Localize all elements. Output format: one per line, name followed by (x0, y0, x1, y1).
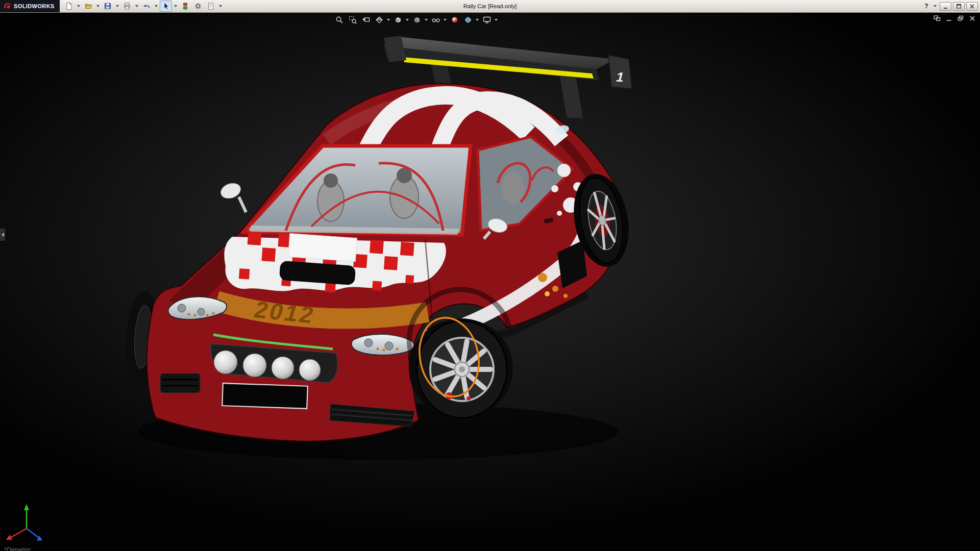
window-controls: ? (922, 2, 980, 11)
file-properties-icon (207, 2, 215, 10)
triad-z-axis (27, 529, 39, 538)
valve-detail (467, 396, 471, 400)
headlight-right[interactable] (352, 334, 414, 355)
driving-light (214, 350, 237, 374)
maximize-button[interactable] (953, 2, 965, 11)
rally-car-model[interactable]: 1 (124, 36, 635, 460)
zoom-to-area-icon (348, 15, 357, 24)
zoom-to-fit-icon (335, 15, 344, 24)
help-button[interactable]: ? (922, 2, 930, 10)
new-document-button[interactable] (63, 1, 75, 12)
section-view-button[interactable] (373, 14, 385, 26)
collapse-arrow-icon (2, 233, 4, 237)
previous-view-icon (361, 15, 371, 24)
edit-appearance-button[interactable] (448, 14, 461, 26)
print-icon (123, 2, 131, 10)
graphics-area[interactable]: 1 (0, 12, 980, 551)
dropdown-caret-icon[interactable] (425, 19, 428, 21)
dropdown-caret-icon[interactable] (96, 5, 100, 7)
model-scene[interactable]: 1 (0, 12, 980, 551)
dropdown-caret-icon[interactable] (387, 19, 390, 21)
dropdown-caret-icon[interactable] (444, 19, 447, 21)
rebuild-icon (181, 2, 189, 10)
hide-show-items-icon (431, 15, 440, 24)
options-icon (194, 2, 202, 10)
minimize-button[interactable] (940, 2, 951, 11)
new-document-icon (65, 2, 73, 10)
driving-light (299, 359, 321, 381)
display-style-button[interactable] (410, 14, 423, 26)
triad-x-axis (10, 529, 27, 538)
open-icon (84, 2, 92, 10)
dropdown-caret-icon[interactable] (406, 19, 409, 21)
print-button[interactable] (121, 1, 133, 12)
rebuild-button[interactable] (179, 1, 191, 12)
view-orientation-button[interactable] (391, 14, 404, 26)
close-icon (969, 4, 975, 9)
zoom-to-fit-button[interactable] (333, 14, 346, 26)
dropdown-caret-icon[interactable] (174, 5, 177, 7)
select-button[interactable] (160, 1, 172, 12)
restore-doc-button[interactable] (955, 14, 965, 22)
options-button[interactable] (192, 1, 204, 12)
ds-logo-icon (3, 2, 11, 10)
panel-collapse-tab[interactable] (0, 229, 5, 241)
dropdown-caret-icon[interactable] (476, 19, 479, 21)
save-icon (104, 2, 112, 10)
previous-view-button[interactable] (359, 14, 372, 26)
brand-text: SOLIDWORKS (14, 3, 55, 9)
edit-appearance-icon (450, 15, 459, 24)
titlebar: SOLIDWORKS (0, 0, 980, 13)
minimize-icon (942, 4, 949, 9)
close-button[interactable] (966, 2, 978, 11)
dropdown-caret-icon[interactable] (219, 5, 222, 7)
wing-number: 1 (616, 69, 624, 85)
minimize-doc-button[interactable] (944, 14, 953, 22)
save-button[interactable] (102, 1, 114, 12)
restore-doc-icon (957, 15, 964, 21)
view-orientation-label: *Dimetric (4, 546, 31, 551)
license-plate (222, 383, 307, 409)
standard-toolbar (63, 1, 224, 12)
orientation-triad (6, 504, 42, 541)
solidworks-logo: SOLIDWORKS (0, 0, 60, 12)
dropdown-caret-icon[interactable] (495, 19, 498, 21)
headsup-view-toolbar (333, 14, 499, 26)
document-window-controls (932, 14, 977, 22)
zoom-to-area-button[interactable] (346, 14, 359, 26)
maximize-icon (955, 4, 962, 9)
display-style-icon (412, 15, 422, 24)
section-view-icon (375, 15, 384, 24)
close-doc-button[interactable] (967, 14, 977, 22)
apply-scene-icon (463, 15, 473, 24)
open-button[interactable] (82, 1, 94, 12)
hide-show-items-button[interactable] (429, 14, 442, 26)
file-properties-button[interactable] (205, 1, 217, 12)
dropdown-caret-icon[interactable] (155, 5, 158, 7)
dropdown-caret-icon[interactable] (934, 5, 937, 7)
undo-button[interactable] (140, 1, 153, 12)
dropdown-caret-icon[interactable] (77, 5, 80, 7)
view-settings-button[interactable] (480, 14, 493, 26)
tile-windows-button[interactable] (932, 14, 942, 22)
dropdown-caret-icon[interactable] (135, 5, 138, 7)
dropdown-caret-icon[interactable] (116, 5, 119, 7)
select-cursor-icon (162, 2, 170, 10)
hood-decal-panel (288, 233, 357, 261)
tile-windows-icon (934, 15, 941, 21)
close-doc-icon (969, 15, 976, 21)
view-orientation-icon (394, 15, 403, 24)
view-settings-icon (482, 15, 492, 24)
undo-icon (142, 2, 151, 10)
front-wheel[interactable] (409, 318, 513, 418)
minimize-doc-icon (945, 15, 952, 21)
document-title: Rally Car [Read-only] (463, 3, 517, 9)
mirror-left (218, 181, 246, 212)
driving-light (243, 354, 266, 377)
driving-light (272, 357, 294, 379)
apply-scene-button[interactable] (461, 14, 474, 26)
bumper-intake-left (160, 373, 200, 393)
